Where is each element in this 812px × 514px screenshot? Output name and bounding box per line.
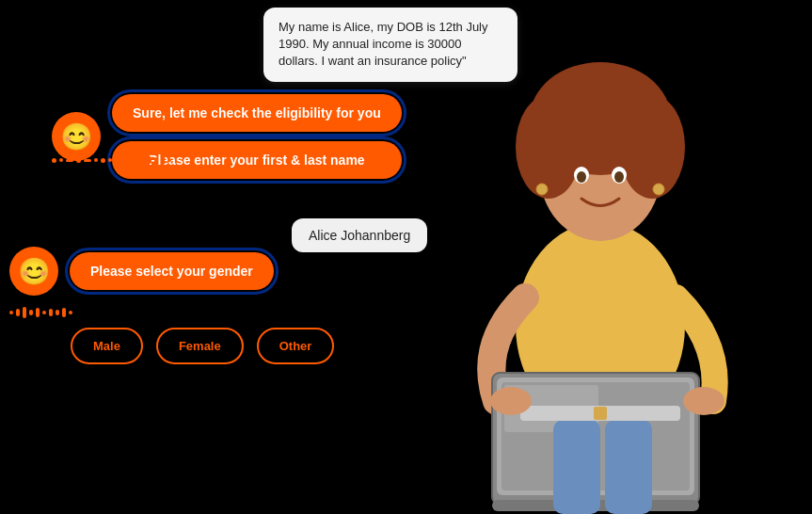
svg-point-43 <box>490 387 532 415</box>
svg-rect-17 <box>56 310 59 315</box>
bot-avatar-2 <box>9 247 58 296</box>
gender-male-button[interactable]: Male <box>71 328 143 364</box>
svg-point-44 <box>683 387 724 415</box>
wave-svg-2 <box>9 305 75 320</box>
svg-rect-2 <box>121 154 125 166</box>
svg-rect-13 <box>29 310 33 315</box>
svg-rect-8 <box>161 155 165 165</box>
svg-point-31 <box>614 171 624 183</box>
svg-rect-14 <box>36 308 40 317</box>
svg-rect-40 <box>605 420 652 514</box>
eligibility-message[interactable]: Sure, let me check the eligibility for y… <box>112 94 402 132</box>
svg-rect-18 <box>62 308 66 317</box>
svg-point-30 <box>577 171 586 183</box>
svg-rect-39 <box>553 420 600 514</box>
svg-rect-7 <box>154 157 158 163</box>
svg-rect-12 <box>23 307 26 318</box>
svg-rect-42 <box>594 407 607 420</box>
svg-rect-4 <box>135 155 138 165</box>
svg-rect-3 <box>128 157 132 163</box>
svg-point-32 <box>536 184 548 195</box>
svg-rect-11 <box>16 309 20 316</box>
gender-prompt-message[interactable]: Please select your gender <box>70 252 274 290</box>
svg-rect-9 <box>167 158 171 162</box>
svg-rect-0 <box>108 158 112 162</box>
svg-point-27 <box>563 72 638 137</box>
svg-rect-10 <box>9 311 13 314</box>
bot-row-2: Please select your gender <box>9 247 274 296</box>
sound-wave-1 <box>52 153 174 168</box>
gender-options-row: Male Female Other <box>71 328 334 364</box>
sound-wave-2 <box>9 305 75 320</box>
svg-rect-16 <box>49 309 53 316</box>
wave-svg-1 <box>108 153 174 168</box>
person-svg <box>403 24 798 514</box>
svg-rect-19 <box>69 311 72 314</box>
gender-other-button[interactable]: Other <box>257 328 335 364</box>
person-illustration <box>389 0 812 514</box>
svg-rect-1 <box>115 156 119 164</box>
svg-point-33 <box>653 184 664 195</box>
svg-rect-6 <box>148 156 151 164</box>
gender-female-button[interactable]: Female <box>156 328 244 364</box>
svg-rect-15 <box>42 311 46 314</box>
svg-rect-5 <box>141 158 145 162</box>
